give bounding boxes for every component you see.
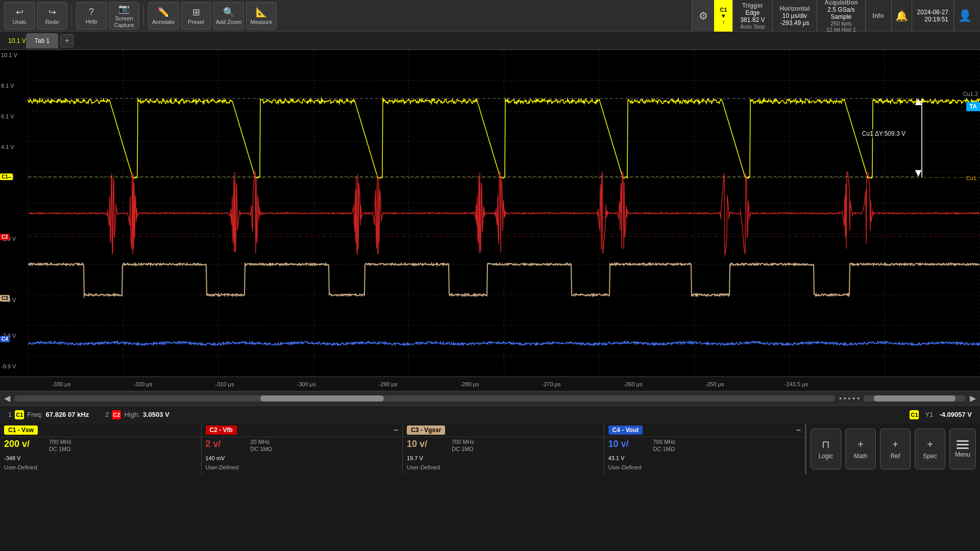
annotate-button[interactable]: ✏️ Annotate [148,2,179,30]
x-label-6: -270 μs [542,381,561,387]
camera-icon: 📷 [118,3,130,14]
x-label-1: -320 μs [134,381,153,387]
ch3-header[interactable]: C3 - Vgssr [403,423,604,437]
tab-1[interactable]: Tab 1 [26,33,58,48]
ch4-marker-label: C4 [2,336,8,342]
ch4-bw: 700 MHz [649,438,690,445]
ch1-row-1: 200 v/ 700 MHz DC 1MΩ [0,437,201,454]
ch2-header[interactable]: C2 - Vfb – [202,423,403,437]
x-label-4: -290 μs [379,381,398,387]
meas-1-num: 1 [8,411,12,418]
ch2-marker[interactable]: C2 [0,234,10,240]
redo-label: Redo [45,19,59,25]
y-label-2: 6.1 V [1,113,14,119]
cursor-delta-label: Cu1 ΔY:509.3 V [859,129,909,138]
ch4-row-2: 43.1 V [604,454,805,463]
redo-button[interactable]: ↪ Redo [37,2,67,30]
sample-rate: 2.5 GSa/s [827,6,854,13]
y-label-8: -9.9 V [1,363,16,369]
ch4-coupling: DC 1MΩ [649,445,690,453]
ch4-user: User-Defined [604,464,646,471]
user-button[interactable]: 👤 [953,0,976,32]
ch2-dash[interactable]: – [394,425,398,435]
right-panel: ⊓ Logic + Math + Ref + Spec Menu [805,423,980,474]
ch3-scale: 10 v/ [403,438,444,453]
meas-1-ch: C1 [15,410,24,419]
top-right-panel: ⚙ C1 ▼ ↑ Trigger Edge 381.82 V Auto Stop… [692,0,976,32]
ch2-offset: 140 mV [202,455,242,462]
scroll-track[interactable] [14,395,835,402]
undo-icon: ↩ [16,7,23,18]
ch3-coupling: DC 1MΩ [448,445,488,453]
ch1-marker-label: C1-- [2,174,11,180]
scrollbar-area: ◀ • • • • • ▶ [0,391,980,405]
info-panel[interactable]: Info [865,0,891,32]
measure-button[interactable]: 📐 Measure [246,2,277,30]
trigger-down-arrow: ▼ [721,13,726,19]
ch1-name: C1 - Vsw [4,425,38,435]
horizontal-panel[interactable]: Horizontal 10 μs/div -293.49 μs [772,0,817,32]
help-icon: ? [89,7,94,17]
scroll-track-right[interactable] [864,395,966,402]
add-tab-button[interactable]: + [60,34,74,47]
ch4-header[interactable]: C4 - Vout – [604,423,805,437]
spec-button[interactable]: + Spec [915,429,945,469]
notification-button[interactable]: 🔔 [891,0,912,32]
undo-button[interactable]: ↩ Undo [4,2,35,30]
measurement-right: C1 Y1 -4.09057 V [910,410,972,419]
acquisition-panel[interactable]: Acquisition 2.5 GSa/s Sample 250 kpts 12… [817,0,865,32]
zoom-icon: 🔍 [223,7,234,18]
trigger-value: 381.82 V [740,16,765,23]
scroll-thumb[interactable] [260,395,383,402]
meas-2-val: 3.0503 V [143,411,169,418]
trigger-ch-label: C1 [720,7,727,13]
screen-capture-button[interactable]: 📷 ScreenCapture [109,2,139,30]
scroll-thumb-right[interactable] [874,395,955,402]
scope-voltage-label: 10.1 V [8,37,26,44]
trigger-title: Trigger [742,2,763,9]
ref-label: Ref [891,453,900,460]
meas-1-label: Freq: [27,411,42,418]
ch1-marker[interactable]: C1-- [0,173,13,180]
logic-button[interactable]: ⊓ Logic [811,429,841,469]
measure-icon: 📐 [256,7,267,18]
ch4-offset: 43.1 V [604,455,645,462]
trigger-panel[interactable]: Trigger Edge 381.82 V Auto Stop [732,0,772,32]
horizontal-title: Horizontal [780,5,810,12]
ch4-marker[interactable]: C4 [0,336,10,342]
x-label-2: -310 μs [215,381,234,387]
ch4-row-3: User-Defined [604,463,805,472]
ch1-bw: 700 MHz [45,438,86,445]
preset-button[interactable]: ⊞ Preset [181,2,211,30]
meas-2-ch: C2 [112,410,121,419]
ch1-user: User-Defined [0,464,41,471]
ch1-header[interactable]: C1 - Vsw [0,423,201,437]
ch3-marker[interactable]: C3 [0,295,10,302]
waveform-canvas [0,50,980,377]
ch1-row-2: -348 V [0,454,201,463]
add-tab-icon: + [64,36,69,45]
ch2-row-3: User-Defined [202,463,403,472]
ch2-user: User-Defined [202,464,243,471]
help-button[interactable]: ? Help [76,2,107,30]
add-zoom-button[interactable]: 🔍 Add Zoom [213,2,244,30]
scroll-left-button[interactable]: ◀ [4,393,10,403]
x-label-0: -330 μs [52,381,71,387]
acq-bits: 12 bit Hist 1 [826,27,856,33]
settings-button[interactable]: ⚙ [692,0,714,32]
acq-pts: 250 kpts [830,20,852,27]
ch4-dash[interactable]: – [796,425,801,435]
scroll-right-button[interactable]: ▶ [970,393,976,403]
horizontal-position: -293.49 μs [780,19,809,27]
trigger-up-arrow: ↑ [722,19,725,25]
x-label-3: -300 μs [297,381,316,387]
x-label-5: -280 μs [460,381,479,387]
ch2-block: C2 - Vfb – 2 v/ 20 MHz DC 1MΩ 140 mV Use… [202,423,403,474]
logic-label: Logic [819,453,834,460]
math-button[interactable]: + Math [845,429,876,469]
datetime-panel: 2024-08-27 20:19:51 [912,0,953,32]
ref-button[interactable]: + Ref [880,429,911,469]
menu-button[interactable]: Menu [949,429,976,469]
trigger-channel-badge: C1 ▼ ↑ [714,0,732,32]
ch1-block: C1 - Vsw 200 v/ 700 MHz DC 1MΩ -348 V Us… [0,423,202,474]
